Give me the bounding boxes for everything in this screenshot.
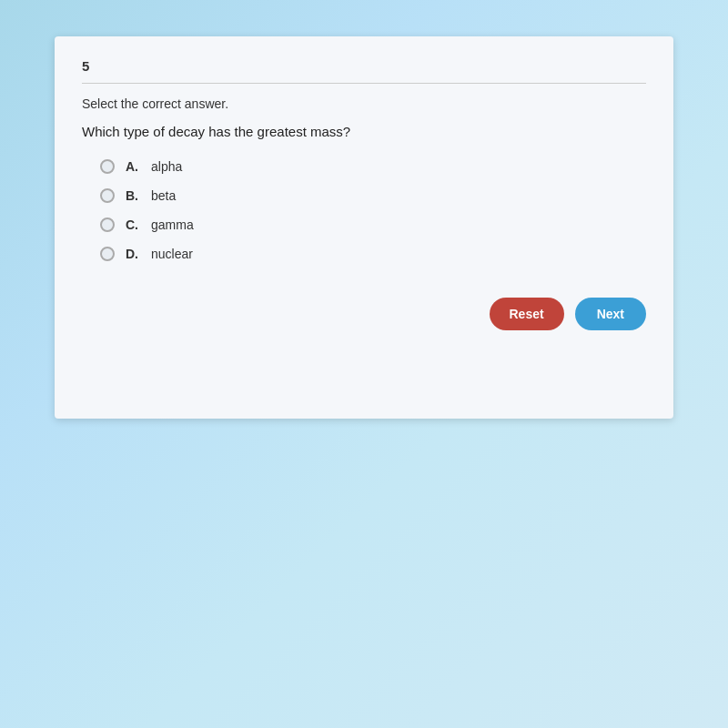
instruction-text: Select the correct answer. bbox=[82, 96, 646, 111]
option-b[interactable]: B. beta bbox=[100, 188, 646, 203]
buttons-row: Reset Next bbox=[82, 298, 646, 330]
radio-b[interactable] bbox=[100, 188, 115, 203]
option-b-text: beta bbox=[151, 188, 176, 203]
option-d-text: nuclear bbox=[151, 247, 193, 261]
radio-c[interactable] bbox=[100, 217, 115, 232]
reset-button[interactable]: Reset bbox=[490, 298, 564, 330]
option-c-letter: C. bbox=[126, 217, 142, 232]
option-d[interactable]: D. nuclear bbox=[100, 247, 646, 261]
quiz-card: 5 Select the correct answer. Which type … bbox=[55, 36, 673, 419]
options-list: A. alpha B. beta C. gamma D. nuclear bbox=[82, 159, 646, 261]
option-a-text: alpha bbox=[151, 159, 182, 174]
option-c-text: gamma bbox=[151, 217, 194, 232]
option-b-letter: B. bbox=[126, 188, 142, 203]
next-button[interactable]: Next bbox=[575, 298, 646, 330]
option-a[interactable]: A. alpha bbox=[100, 159, 646, 174]
option-d-letter: D. bbox=[126, 247, 142, 261]
question-text: Which type of decay has the greatest mas… bbox=[82, 124, 646, 139]
radio-a[interactable] bbox=[100, 159, 115, 174]
option-a-letter: A. bbox=[126, 159, 142, 174]
option-c[interactable]: C. gamma bbox=[100, 217, 646, 232]
question-number: 5 bbox=[82, 58, 646, 84]
radio-d[interactable] bbox=[100, 247, 115, 261]
